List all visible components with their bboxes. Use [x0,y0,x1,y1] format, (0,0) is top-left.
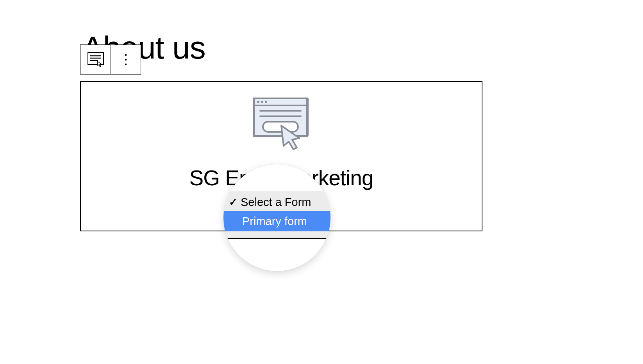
svg-point-4 [125,54,127,56]
dropdown-option-primary-form[interactable]: Primary form [223,211,330,231]
svg-point-6 [125,63,127,65]
dropdown-option-label: Primary form [242,215,307,228]
more-options-button[interactable] [111,45,141,74]
block-type-button[interactable] [80,45,111,74]
svg-rect-15 [263,122,298,132]
form-block-icon [88,52,104,67]
svg-point-12 [265,101,267,103]
svg-point-5 [125,59,127,60]
vertical-dots-icon [125,54,127,66]
dropdown-divider [223,238,330,239]
block-toolbar [80,44,141,75]
svg-point-10 [257,101,259,103]
dropdown-option-select-a-form[interactable]: ✓ Select a Form [223,194,330,211]
magnifier-zoom-view: ✓ Select a Form Primary form [223,164,330,271]
svg-point-11 [261,101,263,103]
form-illustration-icon [253,98,310,154]
checkmark-icon: ✓ [229,196,238,208]
dropdown-option-label: Select a Form [241,196,311,209]
